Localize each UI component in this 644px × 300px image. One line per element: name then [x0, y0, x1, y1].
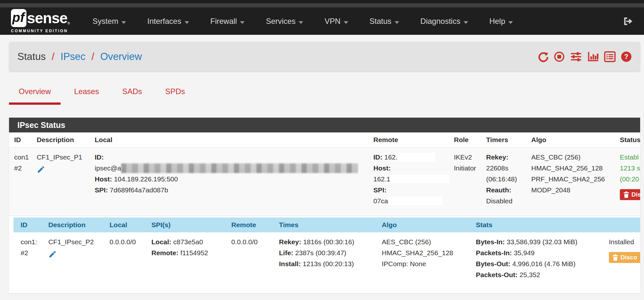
child-times-cell: Rekey:1816s (00:30:16) Life:2387s (00:39…: [279, 232, 382, 280]
breadcrumb-actions: ?: [538, 51, 632, 62]
tab-leases[interactable]: Leases: [64, 87, 109, 105]
chevron-down-icon: [121, 21, 126, 24]
nav-item-label: Firewall: [210, 17, 237, 25]
ike-algo-cell: AES_CBC (256) HMAC_SHA2_256_128 PRF_HMAC…: [531, 148, 620, 207]
breadcrumb-link-overview[interactable]: Overview: [100, 51, 142, 62]
local-host-value: 104.189.226.195:500: [114, 175, 178, 183]
spi-remote-value: f1154952: [180, 249, 208, 256]
local-spi-label: SPI:: [95, 186, 108, 194]
breadcrumb-link-ipsec[interactable]: IPsec: [61, 51, 86, 62]
nav-item-label: System: [92, 17, 118, 25]
logo-registered-mark: ®: [67, 21, 70, 25]
help-icon[interactable]: ?: [621, 51, 632, 62]
child-status-cell: Installed Disco: [609, 232, 640, 280]
edit-pencil-icon[interactable]: [48, 250, 57, 258]
edit-pencil-icon[interactable]: [37, 165, 45, 174]
col-header-id: ID: [14, 132, 37, 147]
nav-item-help[interactable]: Help: [489, 17, 513, 26]
ike-local-cell: ID: ipsec@a Host:104.189.226.195:500 SPI…: [95, 148, 373, 207]
local-id-label: ID:: [95, 153, 104, 161]
spi-remote-label: Remote:: [151, 249, 178, 256]
sign-out-icon[interactable]: [622, 16, 633, 27]
child-id-line2: #2: [21, 247, 48, 258]
reauth-value: Disabled: [486, 196, 531, 207]
logo-pf: pf: [11, 9, 26, 27]
redacted-blur: [121, 163, 358, 173]
child-id-line1: con1:: [21, 237, 48, 247]
nav-item-label: Interfaces: [147, 17, 181, 25]
nav-item-label: Diagnostics: [420, 17, 460, 25]
tab-bar: Overview Leases SADs SPDs: [9, 87, 644, 105]
refresh-icon[interactable]: [538, 51, 549, 62]
bytes-out-label: Bytes-Out:: [476, 260, 510, 267]
algo-prf: PRF_HMAC_SHA2_256: [531, 174, 620, 185]
col-header-description: Description: [48, 218, 110, 232]
stop-icon[interactable]: [554, 51, 565, 62]
nav-item-system[interactable]: System: [92, 17, 126, 26]
remote-host-label: Host:: [373, 164, 391, 172]
redacted-box: [390, 175, 449, 183]
chevron-down-icon: [299, 21, 303, 24]
settings-sliders-icon[interactable]: [570, 51, 582, 62]
nav-item-vpn[interactable]: VPN: [324, 17, 348, 26]
tab-spds[interactable]: SPDs: [156, 87, 195, 105]
nav-item-firewall[interactable]: Firewall: [210, 17, 245, 26]
navbar: pf sense ® COMMUNITY EDITION System Inte…: [0, 7, 644, 35]
role-line2: Initiator: [454, 163, 486, 174]
nav-item-services[interactable]: Services: [266, 17, 303, 26]
bytes-in-label: Bytes-In:: [476, 238, 505, 246]
tab-overview[interactable]: Overview: [9, 87, 61, 105]
nav-item-status[interactable]: Status: [370, 17, 399, 26]
rekey-time: (06:16:48): [486, 174, 531, 185]
status-established: Establ: [620, 152, 640, 163]
disconnect-child-button[interactable]: Disco: [609, 252, 640, 263]
ike-role-cell: IKEv2 Initiator: [454, 148, 486, 207]
col-header-local: Local: [110, 218, 151, 232]
tab-sads[interactable]: SADs: [112, 87, 151, 105]
ipsec-status-panel: IPsec Status ID Description Local Remote…: [9, 118, 640, 293]
nav-item-interfaces[interactable]: Interfaces: [147, 17, 189, 26]
rekey-label: Rekey:: [486, 153, 508, 161]
nav-item-label: Status: [370, 17, 391, 25]
child-local-cell: 0.0.0.0/0: [110, 232, 151, 280]
col-header-id: ID: [21, 218, 48, 232]
status-uptime: 1213 s: [620, 163, 640, 174]
col-header-stats: Stats: [476, 218, 609, 232]
remote-spi-label: SPI:: [373, 186, 387, 194]
algo-ipcomp: IPComp: None: [382, 258, 476, 269]
pfsense-logo[interactable]: pf sense ® COMMUNITY EDITION: [11, 9, 70, 33]
col-header-spis: SPI(s): [151, 218, 231, 232]
local-host-label: Host:: [95, 175, 112, 183]
redacted-box: [388, 197, 442, 205]
bytes-out-value: 4,996,016 (4.76 MiB): [512, 260, 575, 267]
nav-item-diagnostics[interactable]: Diagnostics: [420, 17, 468, 26]
status-uptime-hms: (00:20: [620, 174, 640, 185]
chevron-down-icon: [395, 21, 399, 24]
breadcrumb-section: Status: [17, 51, 46, 62]
ike-description: CF1_IPsec_P1: [37, 152, 95, 163]
col-header-algo: Algo: [531, 132, 620, 147]
breadcrumb-separator: /: [88, 51, 98, 62]
graph-icon[interactable]: [587, 51, 599, 62]
spi-local-label: Local:: [151, 238, 171, 246]
child-status-installed: Installed: [609, 237, 640, 247]
algo-dh-group: MODP_2048: [531, 185, 620, 196]
time-install-value: 1213s (00:20:13): [303, 260, 354, 267]
packets-out-label: Packets-Out:: [476, 271, 518, 278]
ike-description-cell: CF1_IPsec_P1: [37, 148, 95, 207]
remote-host-value: 162.1: [373, 175, 390, 183]
child-stats-cell: Bytes-In:33,586,939 (32.03 MiB) Packets-…: [476, 232, 609, 280]
remote-id-label: ID:: [373, 153, 382, 161]
time-life-value: 2387s (00:39:47): [295, 249, 346, 256]
packets-out-value: 25,352: [520, 271, 540, 278]
bytes-in-value: 33,586,939 (32.03 MiB): [507, 238, 577, 246]
chevron-down-icon: [185, 21, 189, 24]
nav-item-label: Help: [489, 17, 505, 25]
log-list-icon[interactable]: [604, 51, 616, 62]
col-header-local: Local: [95, 132, 373, 147]
disconnect-ike-button[interactable]: Dis: [620, 189, 640, 200]
ike-id-line2: #2: [14, 163, 37, 174]
col-header-algo: Algo: [382, 218, 476, 232]
time-install-label: Install:: [279, 260, 301, 267]
trash-icon: [623, 191, 629, 198]
